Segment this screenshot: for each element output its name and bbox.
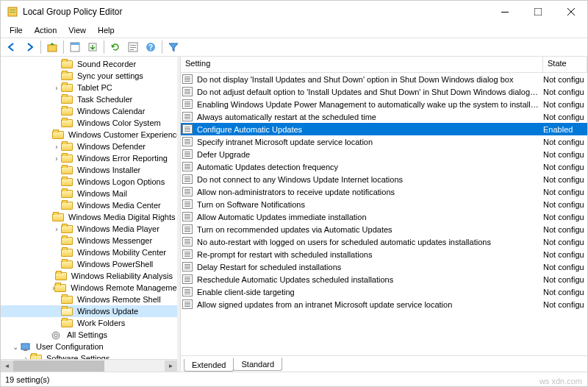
- policy-icon: [182, 199, 194, 210]
- tree-node-label: Windows Remote Management: [69, 283, 177, 292]
- refresh-button[interactable]: [107, 39, 123, 55]
- setting-row[interactable]: Automatic Updates detection frequencyNot…: [181, 160, 587, 173]
- setting-state: Not configu: [543, 300, 587, 309]
- column-header-setting[interactable]: Setting: [181, 57, 543, 72]
- policy-icon: [182, 237, 194, 247]
- setting-row[interactable]: Do not adjust default option to 'Install…: [181, 85, 587, 98]
- tree-node[interactable]: Windows Color System: [1, 117, 177, 129]
- setting-row[interactable]: Re-prompt for restart with scheduled ins…: [181, 248, 587, 260]
- tree-node[interactable]: ›Windows Error Reporting: [1, 152, 177, 164]
- tab-extended[interactable]: Extended: [184, 359, 234, 372]
- expand-icon[interactable]: ›: [52, 143, 61, 151]
- tree-node[interactable]: Windows Remote Shell: [1, 294, 177, 305]
- folder-icon: [61, 225, 73, 233]
- tree-node[interactable]: ›Software Settings: [1, 352, 177, 359]
- menu-action[interactable]: Action: [29, 24, 63, 36]
- scroll-left-button[interactable]: ◄: [1, 361, 13, 372]
- tree-node[interactable]: ›Windows Media Player: [1, 223, 177, 235]
- setting-state: Not configu: [543, 175, 587, 184]
- folder-icon: [61, 319, 73, 327]
- setting-row[interactable]: Turn on Software NotificationsNot config…: [181, 198, 587, 210]
- setting-row[interactable]: Allow Automatic Updates immediate instal…: [181, 210, 587, 223]
- export-button[interactable]: [85, 39, 101, 55]
- scroll-track[interactable]: [13, 361, 165, 372]
- setting-row[interactable]: Allow signed updates from an intranet Mi…: [181, 298, 587, 310]
- setting-row[interactable]: Do not connect to any Windows Update Int…: [181, 173, 587, 185]
- setting-row[interactable]: Reschedule Automatic Updates scheduled i…: [181, 273, 587, 285]
- setting-row[interactable]: Specify intranet Microsoft update servic…: [181, 135, 587, 148]
- setting-row[interactable]: Always automatically restart at the sche…: [181, 110, 587, 123]
- settings-list[interactable]: Do not display 'Install Updates and Shut…: [181, 73, 587, 355]
- minimize-button[interactable]: [488, 1, 521, 23]
- setting-state: Not configu: [543, 88, 587, 96]
- properties-button[interactable]: [125, 39, 141, 55]
- tree-node[interactable]: Windows Reliability Analysis: [1, 270, 177, 282]
- svg-rect-9: [71, 43, 79, 45]
- nav-tree[interactable]: Sound RecorderSync your settings›Tablet …: [1, 57, 177, 359]
- setting-row[interactable]: Configure Automatic UpdatesEnabled: [181, 123, 587, 135]
- tree-node[interactable]: Sound Recorder: [1, 58, 177, 70]
- forward-button[interactable]: [21, 39, 37, 55]
- tree-hscrollbar[interactable]: ◄ ►: [1, 359, 177, 372]
- tree-node[interactable]: ⌄User Configuration: [1, 341, 177, 352]
- tree-node[interactable]: ›Windows Remote Management: [1, 282, 177, 294]
- filter-button[interactable]: [165, 39, 182, 55]
- folder-icon: [30, 355, 42, 359]
- tree-node[interactable]: Windows Update: [1, 305, 177, 317]
- expand-icon[interactable]: ›: [52, 84, 61, 92]
- tree-node[interactable]: Windows Mobility Center: [1, 246, 177, 258]
- menu-file[interactable]: File: [4, 24, 29, 36]
- setting-row[interactable]: Defer UpgradeNot configu: [181, 148, 587, 160]
- tree-node-label: Windows Installer: [76, 166, 142, 174]
- tree-node[interactable]: Windows Media Digital Rights M: [1, 211, 177, 223]
- setting-state: Not configu: [543, 75, 587, 84]
- tree-node[interactable]: Windows Media Center: [1, 199, 177, 211]
- window-controls: [488, 1, 587, 23]
- help-button[interactable]: ?: [143, 39, 159, 55]
- setting-row[interactable]: Turn on recommended updates via Automati…: [181, 223, 587, 235]
- tree-node[interactable]: Sync your settings: [1, 70, 177, 82]
- tab-standard[interactable]: Standard: [233, 358, 282, 371]
- setting-row[interactable]: Do not display 'Install Updates and Shut…: [181, 73, 587, 85]
- tree-node-label: Windows Defender: [76, 142, 147, 151]
- setting-state: Not configu: [543, 263, 587, 271]
- maximize-button[interactable]: [521, 1, 554, 23]
- tree-node[interactable]: Windows Logon Options: [1, 176, 177, 188]
- column-header-state[interactable]: State: [543, 57, 587, 72]
- up-button[interactable]: [44, 39, 60, 55]
- tree-node[interactable]: All Settings: [1, 329, 177, 341]
- menu-view[interactable]: View: [62, 24, 92, 36]
- setting-state: Not configu: [543, 213, 587, 221]
- expand-icon[interactable]: ›: [52, 225, 61, 233]
- tree-node[interactable]: Work Folders: [1, 317, 177, 329]
- policy-icon: [182, 287, 194, 297]
- tree-node[interactable]: Task Scheduler: [1, 93, 177, 105]
- scroll-right-button[interactable]: ►: [165, 361, 177, 372]
- collapse-icon[interactable]: ⌄: [11, 343, 20, 351]
- tree-node[interactable]: Windows Customer Experience I: [1, 129, 177, 141]
- tree-node[interactable]: Windows Installer: [1, 164, 177, 176]
- menu-help[interactable]: Help: [92, 24, 121, 36]
- back-button[interactable]: [4, 39, 20, 55]
- tree-node[interactable]: Windows Mail: [1, 188, 177, 199]
- setting-row[interactable]: Allow non-administrators to receive upda…: [181, 185, 587, 198]
- setting-name: Enable client-side targeting: [197, 288, 543, 297]
- setting-name: Re-prompt for restart with scheduled ins…: [197, 250, 543, 259]
- setting-row[interactable]: Delay Restart for scheduled installation…: [181, 260, 587, 273]
- tree-node[interactable]: Windows Messenger: [1, 235, 177, 246]
- policy-icon: [182, 162, 194, 172]
- scroll-thumb[interactable]: [13, 361, 104, 372]
- tree-node[interactable]: Windows PowerShell: [1, 258, 177, 270]
- policy-icon: [182, 262, 194, 272]
- close-button[interactable]: [554, 1, 587, 23]
- policy-icon: [182, 149, 194, 160]
- setting-row[interactable]: Enabling Windows Update Power Management…: [181, 98, 587, 110]
- tree-node[interactable]: ›Tablet PC: [1, 82, 177, 93]
- setting-row[interactable]: Enable client-side targetingNot configu: [181, 285, 587, 298]
- show-hide-button[interactable]: [67, 39, 83, 55]
- expand-icon[interactable]: ›: [52, 155, 61, 163]
- svg-rect-13: [130, 47, 136, 48]
- setting-row[interactable]: No auto-restart with logged on users for…: [181, 235, 587, 248]
- tree-node[interactable]: Windows Calendar: [1, 105, 177, 117]
- tree-node[interactable]: ›Windows Defender: [1, 141, 177, 152]
